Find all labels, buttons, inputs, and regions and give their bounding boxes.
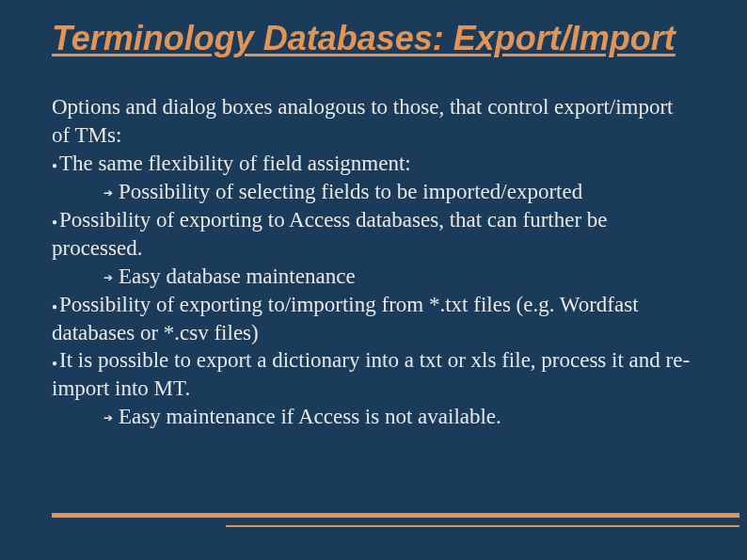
sub-item-4: ➔Easy maintenance if Access is not avail… [52,403,695,431]
bullet-4-text: It is possible to export a dictionary in… [52,348,690,400]
slide-body: Options and dialog boxes analogous to th… [52,93,695,431]
sub-4-text: Easy maintenance if Access is not availa… [119,405,501,428]
thin-divider [226,525,739,527]
bullet-icon: ● [52,300,57,312]
sub-item-1: ➔Possibility of selecting fields to be i… [52,178,695,206]
bullet-icon: ● [52,159,57,171]
sub-2-text: Easy database maintenance [119,264,356,288]
slide-container: Terminology Databases: Export/Import Opt… [0,0,747,560]
bullet-item-2: ●Possibility of exporting to Access data… [52,206,695,263]
bullet-3-text: Possibility of exporting to/importing fr… [52,293,639,344]
bullet-icon: ● [52,216,57,228]
arrow-icon: ➔ [103,271,113,286]
bullet-icon: ● [52,357,57,369]
slide-title: Terminology Databases: Export/Import [52,19,695,57]
sub-1-text: Possibility of selecting fields to be im… [119,180,582,203]
sub-item-2: ➔Easy database maintenance [52,263,695,291]
bullet-2-text: Possibility of exporting to Access datab… [52,208,608,260]
thick-divider [52,513,739,518]
bullet-item-3: ●Possibility of exporting to/importing f… [52,291,695,347]
arrow-icon: ➔ [103,411,113,426]
intro-text: Options and dialog boxes analogous to th… [52,93,695,150]
arrow-icon: ➔ [103,186,113,201]
bullet-item-1: ●The same flexibility of field assignmen… [52,150,695,178]
bullet-item-4: ●It is possible to export a dictionary i… [52,346,695,403]
bullet-1-text: The same flexibility of field assignment… [59,152,411,175]
